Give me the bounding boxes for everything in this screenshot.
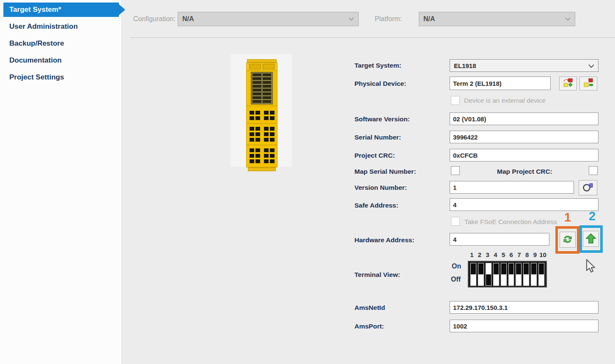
sidebar: Target System*User AdministrationBackup/… [0, 0, 122, 364]
serial-number-value: 3996422 [453, 134, 478, 141]
sidebar-item-label: Documentation [9, 56, 62, 65]
chevron-down-icon [349, 17, 354, 21]
chevron-down-icon [565, 17, 571, 21]
target-system-label: Target System: [354, 62, 401, 69]
sidebar-item-label: Target System* [9, 5, 61, 14]
chevron-down-icon [588, 62, 594, 69]
dip-number: 6 [507, 251, 515, 258]
hardware-address-label: Hardware Address: [354, 236, 415, 244]
ams-net-id-input[interactable]: 172.29.170.150.3.1 [450, 301, 599, 314]
configuration-value: N/A [182, 15, 194, 23]
mouse-cursor [585, 259, 598, 276]
hardware-address-value: 4 [453, 236, 456, 243]
target-system-dropdown[interactable]: EL1918 [450, 59, 599, 72]
link-remove-icon [583, 78, 593, 89]
dip-switch-2-off [478, 263, 484, 286]
serial-number-label: Serial Number: [354, 134, 401, 141]
project-crc-value: 0xCFCB [453, 152, 478, 159]
sidebar-item-project-settings[interactable]: Project Settings [0, 70, 121, 85]
sidebar-item-backup-restore[interactable]: Backup/Restore [0, 36, 121, 51]
safe-address-value: 4 [453, 201, 456, 208]
callout-1-highlight-box [555, 226, 579, 254]
map-project-crc-label: Map Project CRC: [497, 168, 552, 175]
ams-port-label: AmsPort: [354, 323, 384, 330]
dip-switch-7-off [516, 263, 522, 286]
serial-number-input[interactable]: 3996422 [450, 131, 599, 143]
take-fsoe-address-checkbox[interactable] [451, 217, 460, 226]
dip-switch-5-off [501, 263, 507, 286]
physical-device-value: Term 2 (EL1918) [453, 80, 502, 87]
unlink-device-button[interactable] [579, 77, 597, 90]
terminal-bottom-cap [248, 167, 276, 171]
configuration-label: Configuration: [133, 15, 176, 23]
sidebar-item-target-system[interactable]: Target System* [3, 3, 119, 17]
dip-switch-8-off [523, 263, 529, 286]
callout-number-2: 2 [589, 210, 596, 222]
dip-switch-block [468, 261, 547, 287]
callout-number-1: 1 [564, 211, 571, 224]
project-crc-label: Project CRC: [354, 152, 395, 159]
version-number-input[interactable]: 1 [450, 181, 574, 194]
version-history-button[interactable] [579, 180, 597, 195]
el1918-terminal-image [245, 59, 278, 163]
ams-port-input[interactable]: 1002 [450, 320, 599, 332]
map-project-crc-checkbox[interactable] [589, 166, 598, 175]
terminal-connectors [246, 63, 277, 71]
sidebar-item-label: Project Settings [9, 73, 64, 82]
software-version-label: Software Version: [354, 115, 410, 123]
map-serial-number-label: Map Serial Number: [354, 168, 416, 175]
target-system-value: EL1918 [454, 62, 476, 69]
version-history-icon [582, 182, 593, 194]
map-serial-number-checkbox[interactable] [451, 166, 460, 175]
physical-device-label: Physical Device: [354, 80, 406, 88]
dip-switch-4-off [493, 263, 499, 286]
sidebar-item-label: Backup/Restore [9, 39, 64, 48]
dip-on-label: On [452, 263, 461, 270]
take-fsoe-address-label: Take FSoE Connection Address [464, 218, 557, 226]
section-divider [130, 38, 615, 38]
dip-off-label: Off [451, 276, 461, 283]
version-number-label: Version Number: [354, 184, 407, 192]
dip-number: 2 [476, 251, 484, 258]
sidebar-item-user-administration[interactable]: User Administration [0, 19, 121, 34]
dip-number: 1 [468, 251, 476, 258]
selected-item-arrow [119, 4, 125, 15]
dip-switch-numbers: 12345678910 [468, 251, 547, 258]
dip-switch-9-off [531, 263, 537, 286]
safe-address-label: Safe Address: [354, 202, 398, 209]
link-device-button[interactable] [559, 77, 577, 90]
dip-switch-10-off [538, 263, 544, 286]
dip-number: 9 [531, 251, 539, 258]
ams-net-id-value: 172.29.170.150.3.1 [453, 304, 508, 311]
dip-number: 5 [500, 251, 508, 258]
dip-number: 8 [523, 251, 531, 258]
terminal-view-label: Terminal View: [354, 271, 400, 279]
version-number-value: 1 [453, 184, 456, 191]
sidebar-nav: Target System*User AdministrationBackup/… [0, 3, 121, 85]
external-device-checkbox[interactable] [451, 96, 460, 105]
sidebar-item-label: User Administration [9, 22, 78, 31]
external-device-label: Device is an external device [464, 97, 546, 104]
terminal-top-cap [247, 59, 277, 63]
dip-number: 3 [483, 251, 491, 258]
sidebar-item-documentation[interactable]: Documentation [0, 53, 121, 68]
callout-2-highlight-box [579, 225, 603, 253]
dip-switch-6-off [508, 263, 514, 286]
physical-device-input[interactable]: Term 2 (EL1918) [450, 77, 551, 90]
dip-number: 4 [491, 251, 500, 258]
safety-editor-target-system-page: Target System*User AdministrationBackup/… [0, 0, 615, 364]
project-crc-input[interactable]: 0xCFCB [450, 149, 599, 161]
dip-switch-1-off [470, 263, 476, 286]
software-version-input[interactable]: 02 (V01.08) [450, 112, 599, 125]
safe-address-input[interactable]: 4 [450, 198, 599, 211]
ams-net-id-label: AmsNetId [354, 304, 385, 312]
configuration-dropdown[interactable]: N/A [178, 12, 359, 26]
platform-label: Platform: [375, 15, 402, 23]
hardware-address-input[interactable]: 4 [450, 233, 549, 246]
platform-dropdown[interactable]: N/A [419, 12, 575, 26]
terminal-body [246, 106, 277, 167]
dip-number: 10 [539, 251, 547, 258]
software-version-value: 02 (V01.08) [453, 115, 486, 123]
dip-switch-3-on [486, 263, 491, 286]
terminal-led-panel [246, 71, 277, 106]
